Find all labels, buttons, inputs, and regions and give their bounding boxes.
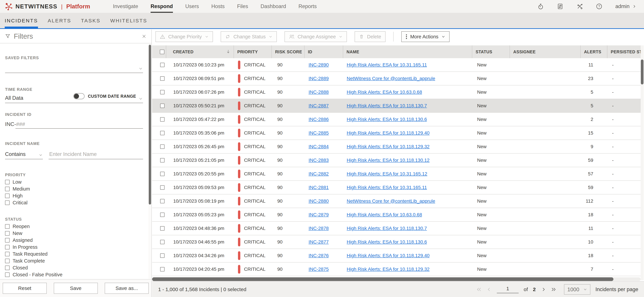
name-match-select[interactable]: Contains (5, 146, 43, 159)
close-filters-icon[interactable] (142, 34, 146, 39)
status-option-assigned[interactable]: Assigned (5, 237, 143, 244)
row-checkbox[interactable] (160, 117, 164, 122)
save-button[interactable]: Save (54, 283, 98, 294)
more-actions-button[interactable]: More Actions (401, 31, 450, 42)
status-checkbox-new[interactable] (5, 231, 10, 236)
table-row[interactable]: 10/17/2023 06:09:51 pmCRITICAL90INC-2889… (152, 72, 641, 85)
nav-item-dashboard[interactable]: Dashboard (260, 0, 286, 13)
previous-page-icon[interactable] (487, 287, 492, 292)
last-page-icon[interactable] (551, 287, 556, 292)
timer-icon[interactable] (538, 3, 544, 10)
nav-item-respond[interactable]: Respond (150, 0, 173, 13)
incident-name-link[interactable]: High Risk Alerts: ESA for 10.118.130.12 (347, 158, 430, 163)
priority-option-medium[interactable]: Medium (5, 185, 143, 192)
column-header-created[interactable]: CREATED (166, 45, 234, 58)
row-checkbox[interactable] (160, 90, 164, 94)
filters-scrollbar-thumb[interactable] (149, 45, 151, 204)
nav-item-hosts[interactable]: Hosts (212, 0, 225, 13)
table-row[interactable]: 10/17/2023 05:08:19 pmCRITICAL90INC-2880… (152, 194, 641, 208)
incident-id-link[interactable]: INC-2884 (308, 144, 329, 149)
table-row[interactable]: 10/17/2023 05:35:06 pmCRITICAL90INC-2885… (152, 126, 641, 140)
status-checkbox-reopen[interactable] (5, 224, 10, 229)
column-header-status[interactable]: STATUS (472, 45, 510, 58)
tab-whitelists[interactable]: WHITELISTS (110, 13, 147, 28)
preferences-icon[interactable] (557, 3, 563, 10)
status-option-task-requested[interactable]: Task Requested (5, 250, 143, 257)
horizontal-scrollbar-thumb[interactable] (152, 277, 614, 281)
priority-checkbox-critical[interactable] (5, 200, 10, 205)
table-row[interactable]: 10/17/2023 05:26:45 pmCRITICAL90INC-2884… (152, 140, 641, 154)
incident-id-link[interactable]: INC-2882 (308, 171, 329, 176)
nav-item-investigate[interactable]: Investigate (113, 0, 138, 13)
column-header-name[interactable]: NAME (343, 45, 472, 58)
table-row[interactable]: 10/17/2023 04:20:45 pmCRITICAL90INC-2875… (152, 262, 641, 276)
column-header-priority[interactable]: PRIORITY (234, 45, 272, 58)
netwitness-logo[interactable]: NETWITNESS | Platform (5, 0, 90, 13)
priority-checkbox-medium[interactable] (5, 187, 10, 191)
change-assignee-button[interactable]: Change Assignee (284, 31, 347, 42)
status-option-in-progress[interactable]: In Progress (5, 244, 143, 250)
column-header-persisted[interactable]: PERSISTED STATUS (607, 45, 641, 58)
row-checkbox[interactable] (160, 104, 164, 108)
table-row[interactable]: 10/17/2023 04:46:55 pmCRITICAL90INC-2877… (152, 235, 641, 249)
table-row[interactable]: 10/17/2023 06:10:23 pmCRITICAL90INC-2890… (152, 58, 641, 72)
column-header-assignee[interactable]: ASSIGNEE (510, 45, 580, 58)
tab-alerts[interactable]: ALERTS (48, 13, 71, 28)
incident-id-link[interactable]: INC-2877 (308, 239, 329, 244)
vertical-scrollbar-track[interactable] (641, 45, 644, 280)
row-checkbox[interactable] (160, 158, 164, 162)
incident-id-link[interactable]: INC-2883 (308, 158, 329, 163)
table-row[interactable]: 10/17/2023 04:34:26 pmCRITICAL90INC-2876… (152, 249, 641, 262)
incident-name-link[interactable]: High Risk Alerts: ESA for 10.31.165.11 (347, 185, 427, 190)
help-icon[interactable]: ? (596, 3, 602, 10)
incident-id-link[interactable]: INC-2880 (308, 198, 329, 204)
nav-item-files[interactable]: Files (237, 0, 248, 13)
status-checkbox-assigned[interactable] (5, 238, 10, 242)
priority-option-high[interactable]: High (5, 192, 143, 199)
status-option-task-complete[interactable]: Task Complete (5, 257, 143, 264)
first-page-icon[interactable] (476, 287, 482, 292)
tab-tasks[interactable]: TASKS (81, 13, 100, 28)
incident-name-link[interactable]: High Risk Alerts: ESA for 10.118.129.40 (347, 130, 430, 136)
status-checkbox-in-progress[interactable] (5, 245, 10, 249)
tools-icon[interactable] (576, 3, 583, 10)
change-priority-button[interactable]: Change Priority (156, 31, 213, 42)
incident-name-link[interactable]: NetWitness Core for @contentLib_apprule (347, 76, 435, 81)
incident-id-link[interactable]: INC-2887 (308, 103, 329, 108)
row-checkbox[interactable] (160, 63, 164, 67)
incident-name-link[interactable]: High Risk Alerts: ESA for 10.118.130.7 (347, 103, 427, 108)
next-page-icon[interactable] (541, 287, 546, 292)
delete-button[interactable]: Delete (354, 31, 386, 42)
incident-id-link[interactable]: INC-2881 (308, 185, 329, 190)
incident-id-link[interactable]: INC-2890 (308, 62, 329, 68)
filters-scrollbar-track[interactable] (148, 44, 151, 279)
row-checkbox[interactable] (160, 253, 164, 258)
priority-checkbox-low[interactable] (5, 180, 10, 184)
incident-id-link[interactable]: INC-2889 (308, 76, 329, 81)
nav-item-users[interactable]: Users (185, 0, 199, 13)
incident-name-link[interactable]: High Risk Alerts: ESA for 10.31.165.12 (347, 171, 427, 176)
horizontal-scrollbar-track[interactable] (152, 277, 641, 281)
incident-id-link[interactable]: INC-2885 (308, 130, 329, 136)
row-checkbox[interactable] (160, 267, 164, 271)
table-row[interactable]: 10/17/2023 06:07:26 pmCRITICAL90INC-2888… (152, 85, 641, 99)
column-header-alerts[interactable]: ALERTS (580, 45, 607, 58)
save-as-button[interactable]: Save as... (105, 283, 149, 294)
table-row[interactable]: 10/17/2023 05:09:53 pmCRITICAL90INC-2881… (152, 181, 641, 194)
incident-name-link[interactable]: High Risk Alerts: ESA for 10.118.129.32 (347, 144, 430, 149)
incident-id-link[interactable]: INC-2886 (308, 117, 329, 122)
table-row[interactable]: 10/17/2023 05:21:05 pmCRITICAL90INC-2883… (152, 154, 641, 167)
status-checkbox-closed-false-positive[interactable] (5, 272, 10, 277)
row-checkbox[interactable] (160, 76, 164, 81)
status-checkbox-closed[interactable] (5, 265, 10, 270)
vertical-scrollbar-thumb[interactable] (641, 60, 644, 84)
incident-name-link[interactable]: High Risk Alerts: ESA for 10.118.129.32 (347, 266, 430, 272)
incident-name-link[interactable]: High Risk Alerts: ESA for 10.118.130.6 (347, 117, 427, 122)
row-checkbox[interactable] (160, 226, 164, 231)
incident-id-link[interactable]: INC-2888 (308, 90, 329, 95)
saved-filters-select[interactable] (5, 60, 143, 73)
page-number-input[interactable]: 1 (497, 286, 519, 293)
row-checkbox[interactable] (160, 185, 164, 190)
time-range-select[interactable]: All Data (5, 92, 143, 103)
table-row[interactable]: 10/17/2023 04:48:36 pmCRITICAL90INC-2878… (152, 222, 641, 235)
